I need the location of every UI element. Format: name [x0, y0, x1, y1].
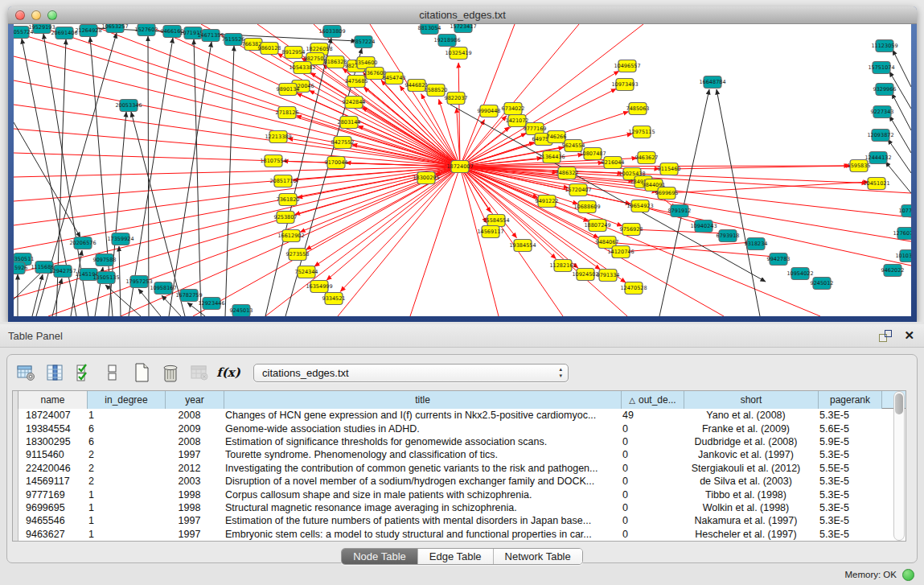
table-body: 1872400712008Changes of HCN gene express…: [13, 409, 906, 541]
cell-name: 19384554: [19, 423, 82, 435]
svg-text:15720407: 15720407: [565, 187, 591, 193]
table-row[interactable]: 946362711997Embryonic stem cells: a mode…: [13, 528, 906, 541]
column-header-name[interactable]: name: [18, 391, 88, 409]
table-row[interactable]: 977716911998Corpus callosum shape and si…: [13, 488, 906, 501]
cell-year: 1997: [160, 529, 219, 540]
cell-short: de Silva et al. (2003): [679, 476, 813, 487]
cell-pagerank: 5.3E-5: [813, 529, 877, 540]
column-header-title[interactable]: title: [224, 391, 622, 409]
svg-text:10973493: 10973493: [611, 81, 638, 88]
svg-text:1421072: 1421072: [506, 117, 529, 124]
svg-text:9990448: 9990448: [478, 108, 501, 114]
table-row[interactable]: 1938455462009Genome-wide association stu…: [13, 422, 906, 435]
table-selector-dropdown[interactable]: citations_edges.txt ▴ ▾: [253, 364, 569, 382]
cell-out_degree: 0: [616, 436, 679, 447]
table-selector-value: citations_edges.txt: [262, 367, 349, 379]
table-row[interactable]: 1456911722003Disruption of a novel membe…: [13, 475, 906, 488]
cell-year: 1997: [160, 515, 219, 526]
float-panel-icon[interactable]: [879, 330, 892, 342]
svg-text:6216044: 6216044: [602, 159, 625, 166]
cell-title: Genome-wide association studies in ADHD.: [219, 423, 616, 435]
svg-text:10807487: 10807487: [579, 150, 606, 157]
cell-pagerank: 5.3E-5: [813, 502, 877, 513]
citation-network-graph[interactable]: 2405572419529193206914062126492810653257…: [14, 24, 911, 316]
column-header-in_degree[interactable]: in_degree: [88, 391, 166, 409]
column-header-short[interactable]: short: [684, 391, 819, 409]
svg-text:10958167: 10958167: [150, 285, 176, 291]
table-row[interactable]: 969969511998Structural magnetic resonanc…: [13, 501, 906, 514]
window-titlebar[interactable]: citations_edges.txt: [8, 6, 917, 24]
cell-title: Embryonic stem cells: a model to study s…: [219, 529, 616, 540]
svg-text:10924502: 10924502: [572, 271, 598, 278]
table-scrollbar[interactable]: [893, 391, 905, 541]
cell-out_degree: 0: [616, 515, 679, 526]
svg-text:8912954: 8912954: [282, 49, 306, 56]
svg-text:13505135: 13505135: [92, 274, 119, 281]
cell-title: Disruption of a novel member of a sodium…: [219, 476, 616, 487]
svg-text:8791912: 8791912: [668, 208, 692, 214]
svg-text:19654923: 19654923: [626, 203, 653, 209]
svg-text:15584554: 15584554: [483, 217, 509, 224]
tab-edge-table[interactable]: Edge Table: [418, 549, 494, 564]
close-panel-icon[interactable]: ✕: [904, 328, 914, 343]
memory-status-icon[interactable]: [902, 569, 914, 581]
cell-short: Stergiakouli et al. (2012): [679, 463, 813, 474]
scrollbar-thumb[interactable]: [895, 393, 903, 414]
cell-in_degree: 1: [82, 529, 160, 540]
network-canvas[interactable]: 2405572419529193206914062126492810653257…: [14, 24, 911, 316]
svg-text:10653257: 10653257: [101, 24, 128, 30]
svg-text:1527602: 1527602: [135, 27, 158, 33]
svg-text:10940243: 10940243: [690, 223, 717, 229]
network-window: citations_edges.txt 24055724195291932069…: [8, 6, 917, 322]
unselect-all-icon[interactable]: [102, 362, 123, 383]
table-settings-icon[interactable]: [15, 362, 36, 383]
column-header-year[interactable]: year: [166, 391, 224, 409]
table-header-row: namein_degreeyeartitle△out_de...shortpag…: [13, 391, 906, 409]
tab-node-table[interactable]: Node Table: [342, 549, 418, 564]
cell-in_degree: 1: [82, 489, 160, 501]
table-row[interactable]: 2242004622012Investigating the contribut…: [13, 462, 906, 475]
tab-network-table[interactable]: Network Table: [494, 549, 582, 564]
cell-name: 9777169: [19, 489, 82, 501]
cell-year: 1998: [160, 502, 219, 513]
svg-text:18807249: 18807249: [584, 222, 610, 229]
svg-text:5624554: 5624554: [562, 142, 585, 149]
cell-out_degree: 0: [616, 529, 679, 540]
new-column-icon[interactable]: [131, 362, 152, 383]
cell-in_degree: 1: [82, 502, 160, 513]
cell-out_degree: 0: [616, 476, 679, 487]
select-all-icon[interactable]: [73, 362, 94, 383]
svg-text:12760733: 12760733: [893, 230, 911, 237]
column-header-pagerank[interactable]: pagerank: [819, 391, 882, 409]
cell-short: Hescheler et al. (1997): [679, 529, 813, 540]
table-row[interactable]: 1830029562008Estimation of significance …: [13, 435, 906, 448]
cell-year: 2003: [160, 476, 219, 487]
delete-column-icon[interactable]: [160, 362, 181, 383]
svg-text:6793918: 6793918: [717, 233, 740, 239]
svg-text:14671355: 14671355: [197, 32, 224, 39]
cell-out_degree: 49: [616, 410, 679, 421]
svg-text:9273558: 9273558: [286, 251, 310, 257]
function-builder-icon[interactable]: f(x): [218, 362, 239, 383]
svg-text:20691406: 20691406: [51, 30, 77, 36]
table-row[interactable]: 1872400712008Changes of HCN gene express…: [13, 409, 906, 422]
svg-text:9462022: 9462022: [881, 267, 905, 274]
sort-ascending-icon: △: [629, 396, 635, 405]
svg-text:16354999: 16354999: [306, 283, 332, 290]
svg-text:16782759: 16782759: [175, 292, 202, 299]
table-column-icon[interactable]: [44, 362, 65, 383]
table-panel-body: f(x) citations_edges.txt ▴ ▾ namein_degr…: [6, 354, 918, 563]
table-row[interactable]: 946554611997Estimation of the future num…: [13, 514, 906, 527]
svg-text:7485063: 7485063: [626, 105, 650, 112]
svg-text:9463627: 9463627: [635, 154, 659, 161]
column-header-out_de[interactable]: △out_de...: [622, 391, 684, 409]
table-row[interactable]: 911546021997Tourette syndrome. Phenomeno…: [13, 448, 906, 461]
svg-text:9777169: 9777169: [524, 126, 547, 132]
svg-text:20053346: 20053346: [115, 102, 142, 109]
cell-title: Estimation of significance thresholds fo…: [219, 436, 616, 447]
svg-text:15751074: 15751074: [868, 64, 894, 71]
delete-table-icon: [189, 362, 210, 383]
svg-text:12470528: 12470528: [620, 285, 647, 291]
cell-pagerank: 5.3E-5: [813, 410, 877, 421]
cell-name: 18724007: [19, 410, 82, 421]
